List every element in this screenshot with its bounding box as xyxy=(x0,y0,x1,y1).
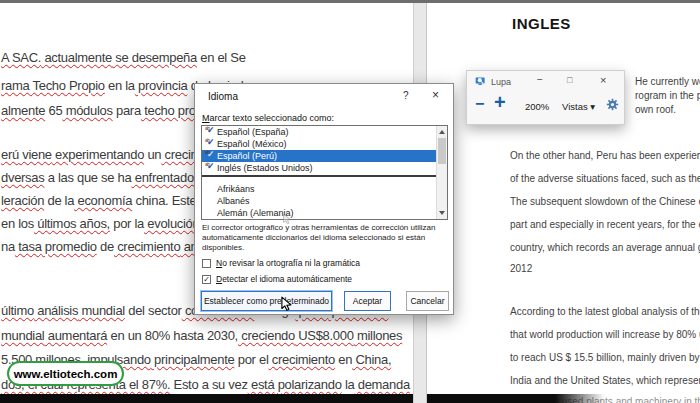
minimize-icon[interactable]: − xyxy=(537,74,543,85)
checkbox-icon[interactable] xyxy=(202,259,211,268)
zoom-out-button[interactable]: − xyxy=(475,95,484,113)
word: de la xyxy=(44,193,74,208)
scroll-down-icon[interactable] xyxy=(439,211,445,215)
misspelled-word: polarizando xyxy=(274,377,341,392)
word: Esto a su vez xyxy=(170,377,247,392)
document-title: INGLES xyxy=(512,15,571,32)
misspelled-word: últimos xyxy=(34,216,76,231)
misspelled-word: erú xyxy=(1,147,19,162)
word: a las que se ha xyxy=(44,170,131,185)
document-line: of the adverse situations faced, such as… xyxy=(510,173,700,184)
scroll-up-icon[interactable] xyxy=(439,130,445,134)
magnifier-window: Lupa − □ × − + 200% Vistas ▾ xyxy=(466,70,625,125)
misspelled-word: enfrentado, xyxy=(131,170,197,185)
language-item[interactable]: Afrikáans xyxy=(202,183,436,195)
misspelled-word: US$8.000 xyxy=(295,328,354,343)
misspelled-word: A SAC. xyxy=(1,50,41,65)
misspelled-word: se desempeña xyxy=(112,50,197,65)
language-item[interactable]: ab✓Inglés (Estados Unidos) xyxy=(202,162,436,174)
close-icon[interactable]: × xyxy=(432,88,439,102)
document-line: to reach US $ 15.5 billion, mainly drive… xyxy=(510,352,700,363)
views-dropdown[interactable]: Vistas ▾ xyxy=(562,101,595,112)
language-item[interactable]: Albanés xyxy=(202,195,436,207)
listbox-scrollbar[interactable] xyxy=(436,126,447,219)
misspelled-word: mundial xyxy=(78,303,125,318)
word: en la xyxy=(105,78,135,93)
word: en el Se xyxy=(197,50,246,65)
checkbox-row[interactable]: No revisar la ortografía ni la gramática xyxy=(202,258,360,268)
accept-button[interactable]: Aceptar xyxy=(344,291,391,311)
misspelled-word: rama xyxy=(1,78,29,93)
checkbox-label: Detectar el idioma automáticamente xyxy=(216,274,352,284)
magnifier-titlebar: Lupa xyxy=(475,76,511,87)
gear-icon[interactable] xyxy=(606,98,619,111)
misspelled-word: evolución xyxy=(144,216,200,231)
list-separator xyxy=(202,175,436,177)
language-item[interactable]: ab✓Español (Perú) xyxy=(202,150,436,162)
document-line: According to the latest global analysis … xyxy=(510,306,700,317)
maximize-icon[interactable]: □ xyxy=(567,75,572,85)
document-line: part and especially in recent years, for… xyxy=(510,219,700,230)
word: la xyxy=(342,377,355,392)
misspelled-word: aumentará xyxy=(44,328,107,343)
misspelled-word: actualmente xyxy=(41,50,112,65)
misspelled-word: análisis xyxy=(34,303,78,318)
language-item[interactable]: Alemán (Alemania) xyxy=(202,207,436,219)
chevron-down-icon: ▾ xyxy=(590,101,595,112)
language-item[interactable]: ab✓Español (España) xyxy=(202,126,436,138)
language-label: Español (Perú) xyxy=(217,151,277,161)
document-line: The subsequent slowdown of the Chinese e… xyxy=(510,196,700,207)
misspelled-word: Techo Propio xyxy=(29,78,104,93)
language-label: Español (España) xyxy=(217,127,289,137)
magnifier-app-icon xyxy=(475,76,486,87)
dialog-title: Idioma xyxy=(208,91,238,102)
word: por la xyxy=(110,216,144,231)
set-default-button[interactable]: Establecer como predeterminado xyxy=(201,291,332,311)
misspelled-word: creciendo xyxy=(238,328,295,343)
misspelled-word: está xyxy=(248,377,275,392)
help-button[interactable]: ? xyxy=(403,90,409,101)
document-line: 2012 xyxy=(510,263,532,274)
misspelled-word: último xyxy=(1,303,34,318)
magnifier-title: Lupa xyxy=(491,77,511,87)
misspelled-word: mundial xyxy=(1,328,44,343)
spellcheck-icon: ab✓ xyxy=(205,127,215,137)
spellcheck-icon: ab✓ xyxy=(205,139,215,149)
spellcheck-icon: ab✓ xyxy=(205,163,215,173)
language-item[interactable]: ab✓Español (México) xyxy=(202,138,436,150)
word: na xyxy=(1,239,15,254)
right-page: INGLES He currently worrogram in the pro… xyxy=(427,0,700,403)
checkbox-label: No revisar la ortografía ni la gramática xyxy=(216,258,360,268)
list-label: Marcar texto seleccionado como: xyxy=(202,113,334,123)
misspelled-word: años, xyxy=(76,216,110,231)
misspelled-word: principalmente xyxy=(151,352,235,367)
language-listbox[interactable]: ab✓Español (España)ab✓Español (México)ab… xyxy=(201,125,448,220)
word: un xyxy=(144,147,161,162)
misspelled-word: viene xyxy=(19,147,52,162)
bottom-black-bar xyxy=(0,394,605,403)
dialog-description: El corrector ortográfico y otras herrami… xyxy=(202,223,446,253)
language-label: Español (México) xyxy=(217,139,287,149)
document-line: He currently wor xyxy=(635,76,700,87)
misspelled-word: tasa xyxy=(15,239,42,254)
misspelled-word: demanda xyxy=(354,377,409,392)
word: china. Este xyxy=(132,193,196,208)
misspelled-word: promedio xyxy=(42,239,97,254)
language-list: ab✓Español (España)ab✓Español (México)ab… xyxy=(202,126,436,219)
checkbox-row[interactable]: ✓Detectar el idioma automáticamente xyxy=(202,274,352,284)
language-label: Albanés xyxy=(217,196,250,206)
word: en los xyxy=(1,216,34,231)
close-icon[interactable]: × xyxy=(600,74,606,86)
watermark: www.eltiotech.com xyxy=(7,361,124,386)
word: para xyxy=(113,103,141,118)
checkbox-checked-icon[interactable]: ✓ xyxy=(202,275,211,284)
zoom-level: 200% xyxy=(525,101,549,112)
misspelled-word: crecimiento xyxy=(268,352,334,367)
scrollbar-thumb[interactable] xyxy=(438,138,446,164)
misspelled-word: dversas xyxy=(1,170,44,185)
idioma-dialog: Idioma ? × Marcar texto seleccionado com… xyxy=(194,83,454,315)
misspelled-word: módulos xyxy=(62,103,112,118)
screen: A SAC. actualmente se desempeña en el Se… xyxy=(0,0,700,403)
zoom-in-button[interactable]: + xyxy=(494,91,506,114)
cancel-button[interactable]: Cancelar xyxy=(406,291,449,311)
